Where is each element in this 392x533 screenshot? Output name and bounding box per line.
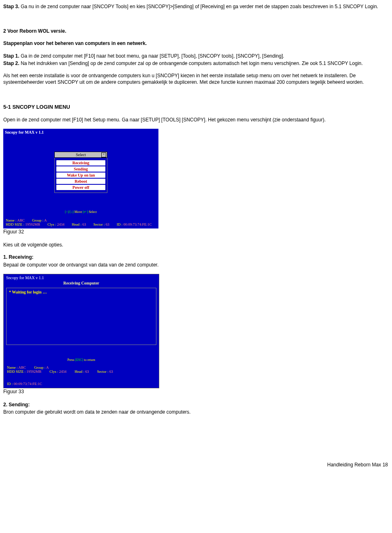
option1-text: Bepaal de computer voor de ontvangst van… <box>3 262 389 268</box>
step1-label: Stap 1. <box>3 53 19 59</box>
hint-move: Move <box>74 210 83 214</box>
group-value: A <box>46 365 49 370</box>
sector-label: Sector : <box>97 370 109 374</box>
step3-paragraph: Stap 3. Ga nu in de zend computer naar [… <box>3 3 389 10</box>
fig33-footer: Name : ABC Group : A HDD SIZE : 19592MB … <box>4 365 159 386</box>
step3-label: Stap 3. <box>3 4 19 9</box>
menu-item-poweroff[interactable]: Power off <box>56 185 105 190</box>
option2-label: 2. Sending: <box>3 401 389 408</box>
page-footer: Handleiding Reborn Max 18 <box>327 462 388 468</box>
hint-select: Select <box>89 210 97 214</box>
id-value: 00:09:73:74:FE:1C <box>14 382 42 386</box>
hint-return: to return <box>83 358 95 362</box>
sector-value: 63 <box>106 222 109 226</box>
section2-heading: 2 Voor Reborn WOL versie. <box>3 28 389 34</box>
step2-text: Na het indrukken van [Sending] op de zen… <box>19 60 363 66</box>
section5-1-intro: Open in de zend computer met [F10] het S… <box>3 116 389 123</box>
figure-33-dialog: Sncopy for MAX v 1.1 Receiving Computer … <box>3 274 159 388</box>
clys-value: 2434 <box>59 370 67 374</box>
option1-label: 1. Receiving: <box>3 254 389 260</box>
clys-value: 2434 <box>57 222 65 226</box>
hdd-value: 19592MB <box>27 370 42 374</box>
head-label: Head : <box>72 222 82 226</box>
group-label: Group : <box>32 218 44 222</box>
menu-item-receiving[interactable]: Receiving <box>56 160 105 166</box>
fig33-subtitle: Receiving Computer <box>4 280 159 288</box>
clys-label: Clys : <box>47 222 56 226</box>
select-header: Select × <box>54 152 107 158</box>
hint-press: Press <box>67 358 75 362</box>
name-value: ABC <box>18 365 26 370</box>
menu-item-reboot[interactable]: Reboot <box>56 179 105 184</box>
id-label: ID : <box>7 382 13 386</box>
fig33-panel: * Waiting for login … <box>6 288 156 345</box>
step2-label: Stap 2. <box>3 60 19 66</box>
hdd-value: 19592MB <box>25 222 40 226</box>
fig33-hint: Press [ESC] to return <box>4 357 159 365</box>
sector-value: 63 <box>109 370 113 374</box>
fig33-caption: Figuur 33 <box>3 388 389 395</box>
step3-text: Ga nu in de zend computer naar [SNCOPY T… <box>19 4 378 9</box>
fig32-hint: [↑]/[↓]:Move [↵]:Select <box>3 209 158 218</box>
fig33-app-title: Sncopy for MAX v 1.1 <box>4 274 159 280</box>
select-body: Receiving Sending Wake Up on lan Reboot … <box>54 158 107 193</box>
fig32-footer: Name : ABC Group : A HDD SIZE : 19592MB … <box>3 218 158 227</box>
name-value: ABC <box>17 218 25 222</box>
hint-enter: [↵]: <box>83 210 89 214</box>
fig32-app-title: Sncopy for MAX v 1.1 <box>3 129 158 135</box>
name-label: Name : <box>7 365 18 370</box>
group-label: Group : <box>34 365 46 370</box>
fig33-waiting: * Waiting for login … <box>9 290 154 294</box>
select-box: Select × Receiving Sending Wake Up on la… <box>54 152 107 193</box>
sector-label: Sector : <box>94 222 105 226</box>
fig32-caption: Figuur 32 <box>3 228 389 235</box>
step1-paragraph: Stap 1. Ga in de zend computer met [F10]… <box>3 53 389 59</box>
hdd-label: HDD SIZE : <box>6 222 24 226</box>
section5-1-heading: 5-1 SNCOPY LOGIN MENU <box>3 103 389 111</box>
id-value: 00:09:73:74:FE:1C <box>123 222 152 226</box>
options-intro: Kies uit de volgende opties. <box>3 242 389 248</box>
figure-32-dialog: Sncopy for MAX v 1.1 Select × Receiving … <box>3 129 158 228</box>
hint-esc-key: [ESC] <box>75 358 83 362</box>
close-icon[interactable]: × <box>101 152 106 157</box>
clys-label: Clys : <box>49 370 58 374</box>
option2-text: Bron computer die gebruikt wordt om data… <box>3 409 389 415</box>
menu-item-wol[interactable]: Wake Up on lan <box>56 172 105 178</box>
step2-paragraph: Stap 2. Na het indrukken van [Sending] o… <box>3 60 389 67</box>
head-value: 63 <box>85 370 89 374</box>
head-label: Head : <box>75 370 85 374</box>
head-value: 63 <box>82 222 86 226</box>
section2-para2: Als het een eerste installatie is voor d… <box>3 72 389 85</box>
step1-text: Ga in de zend computer met [F10] naar he… <box>19 53 284 59</box>
hdd-label: HDD SIZE : <box>7 370 26 374</box>
group-value: A <box>44 218 47 222</box>
select-title: Select <box>76 152 86 157</box>
menu-item-sending[interactable]: Sending <box>56 166 105 172</box>
id-label: ID : <box>117 222 122 226</box>
hint-arrows: [↑]/[↓]: <box>65 210 74 214</box>
name-label: Name : <box>6 218 16 222</box>
section2-subheading: Stappenplan voor het beheren van compute… <box>3 40 389 47</box>
